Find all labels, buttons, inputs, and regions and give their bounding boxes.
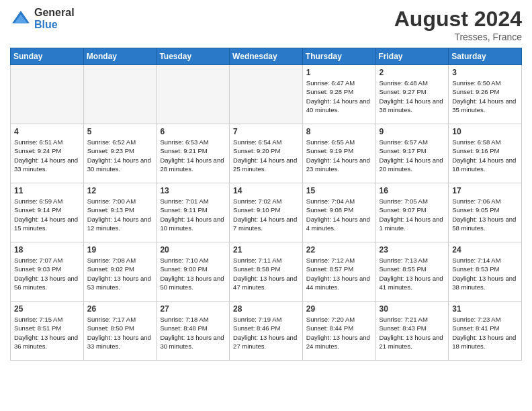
day-info: Sunrise: 7:15 AMSunset: 8:51 PMDaylight:… [14,315,80,351]
day-info: Sunrise: 6:52 AMSunset: 9:23 PMDaylight:… [87,138,153,173]
day-info: Sunrise: 7:19 AMSunset: 8:46 PMDaylight:… [233,315,299,351]
calendar-cell: 17Sunrise: 7:06 AMSunset: 9:05 PMDayligh… [449,183,522,242]
day-info: Sunrise: 6:59 AMSunset: 9:14 PMDaylight:… [14,197,80,232]
day-info: Sunrise: 7:04 AMSunset: 9:08 PMDaylight:… [306,197,372,232]
day-info: Sunrise: 6:48 AMSunset: 9:27 PMDaylight:… [380,79,445,114]
calendar-cell: 20Sunrise: 7:10 AMSunset: 9:00 PMDayligh… [157,242,230,302]
day-number: 14 [233,186,299,195]
calendar-cell: 31Sunrise: 7:23 AMSunset: 8:41 PMDayligh… [449,302,522,361]
day-info: Sunrise: 7:08 AMSunset: 9:02 PMDaylight:… [87,256,153,291]
day-info: Sunrise: 7:01 AMSunset: 9:11 PMDaylight:… [160,197,226,232]
day-number: 24 [452,245,518,255]
day-info: Sunrise: 6:58 AMSunset: 9:16 PMDaylight:… [452,138,518,173]
day-number: 11 [14,186,80,195]
calendar-cell: 4Sunrise: 6:51 AMSunset: 9:24 PMDaylight… [11,124,84,183]
calendar-cell: 10Sunrise: 6:58 AMSunset: 9:16 PMDayligh… [449,124,522,183]
calendar-cell: 18Sunrise: 7:07 AMSunset: 9:03 PMDayligh… [11,242,84,302]
day-info: Sunrise: 7:17 AMSunset: 8:50 PMDaylight:… [87,315,153,351]
day-info: Sunrise: 7:11 AMSunset: 8:58 PMDaylight:… [233,256,299,291]
day-number: 17 [452,186,518,195]
calendar-cell: 5Sunrise: 6:52 AMSunset: 9:23 PMDaylight… [83,124,157,183]
calendar-cell: 29Sunrise: 7:20 AMSunset: 8:44 PMDayligh… [302,302,375,361]
day-info: Sunrise: 7:14 AMSunset: 8:53 PMDaylight:… [452,256,518,291]
day-info: Sunrise: 6:50 AMSunset: 9:26 PMDaylight:… [452,79,518,114]
day-info: Sunrise: 7:07 AMSunset: 9:03 PMDaylight:… [14,256,80,291]
title-block: August 2024 Tresses, France [394,7,522,42]
day-header-saturday: Saturday [449,48,522,65]
day-number: 15 [306,186,372,195]
day-info: Sunrise: 6:54 AMSunset: 9:20 PMDaylight:… [233,138,299,173]
calendar-cell: 14Sunrise: 7:02 AMSunset: 9:10 PMDayligh… [230,183,303,242]
calendar-week-row: 25Sunrise: 7:15 AMSunset: 8:51 PMDayligh… [11,302,522,361]
calendar-cell: 23Sunrise: 7:13 AMSunset: 8:55 PMDayligh… [375,242,449,302]
calendar-week-row: 1Sunrise: 6:47 AMSunset: 9:28 PMDaylight… [11,65,522,124]
day-number: 7 [233,127,299,136]
page-header: General Blue August 2024 Tresses, France [10,7,522,42]
day-number: 6 [160,127,226,136]
day-number: 8 [306,127,372,136]
calendar-week-row: 4Sunrise: 6:51 AMSunset: 9:24 PMDaylight… [11,124,522,183]
day-header-wednesday: Wednesday [230,48,303,65]
calendar-cell: 26Sunrise: 7:17 AMSunset: 8:50 PMDayligh… [83,302,157,361]
month-title: August 2024 [394,7,522,32]
calendar-cell: 22Sunrise: 7:12 AMSunset: 8:57 PMDayligh… [302,242,375,302]
calendar-cell: 2Sunrise: 6:48 AMSunset: 9:27 PMDaylight… [375,65,449,124]
day-number: 1 [306,68,372,77]
logo-general-text: General [34,7,75,19]
day-header-friday: Friday [375,48,449,65]
day-info: Sunrise: 6:47 AMSunset: 9:28 PMDaylight:… [306,79,372,114]
calendar-cell: 1Sunrise: 6:47 AMSunset: 9:28 PMDaylight… [302,65,375,124]
day-header-thursday: Thursday [302,48,375,65]
day-number: 25 [14,304,80,314]
day-info: Sunrise: 7:23 AMSunset: 8:41 PMDaylight:… [452,315,518,351]
location: Tresses, France [394,32,522,42]
day-number: 9 [380,127,445,136]
day-number: 27 [160,304,226,314]
day-number: 30 [380,304,445,314]
day-info: Sunrise: 7:05 AMSunset: 9:07 PMDaylight:… [380,197,445,232]
day-info: Sunrise: 7:13 AMSunset: 8:55 PMDaylight:… [380,256,445,291]
day-number: 23 [380,245,445,255]
calendar-cell [11,65,84,124]
day-number: 28 [233,304,299,314]
day-number: 13 [160,186,226,195]
calendar-cell: 9Sunrise: 6:57 AMSunset: 9:17 PMDaylight… [375,124,449,183]
logo-icon [10,8,32,30]
day-info: Sunrise: 7:21 AMSunset: 8:43 PMDaylight:… [380,315,445,351]
day-info: Sunrise: 7:20 AMSunset: 8:44 PMDaylight:… [306,315,372,351]
calendar-cell [230,65,303,124]
day-info: Sunrise: 7:12 AMSunset: 8:57 PMDaylight:… [306,256,372,291]
calendar-cell: 27Sunrise: 7:18 AMSunset: 8:48 PMDayligh… [157,302,230,361]
day-number: 4 [14,127,80,136]
calendar-cell: 16Sunrise: 7:05 AMSunset: 9:07 PMDayligh… [375,183,449,242]
day-number: 10 [452,127,518,136]
day-info: Sunrise: 6:53 AMSunset: 9:21 PMDaylight:… [160,138,226,173]
day-number: 22 [306,245,372,255]
days-header-row: SundayMondayTuesdayWednesdayThursdayFrid… [11,48,522,65]
day-info: Sunrise: 6:55 AMSunset: 9:19 PMDaylight:… [306,138,372,173]
calendar-cell [83,65,157,124]
day-info: Sunrise: 7:10 AMSunset: 9:00 PMDaylight:… [160,256,226,291]
day-number: 12 [87,186,153,195]
calendar-cell: 12Sunrise: 7:00 AMSunset: 9:13 PMDayligh… [83,183,157,242]
day-header-monday: Monday [83,48,157,65]
day-info: Sunrise: 7:18 AMSunset: 8:48 PMDaylight:… [160,315,226,351]
day-number: 2 [380,68,445,77]
day-info: Sunrise: 7:06 AMSunset: 9:05 PMDaylight:… [452,197,518,232]
day-number: 29 [306,304,372,314]
calendar-cell: 8Sunrise: 6:55 AMSunset: 9:19 PMDaylight… [302,124,375,183]
calendar-cell: 28Sunrise: 7:19 AMSunset: 8:46 PMDayligh… [230,302,303,361]
day-number: 3 [452,68,518,77]
logo: General Blue [10,7,75,30]
day-number: 20 [160,245,226,255]
day-number: 18 [14,245,80,255]
day-header-tuesday: Tuesday [157,48,230,65]
calendar-cell: 7Sunrise: 6:54 AMSunset: 9:20 PMDaylight… [230,124,303,183]
calendar-cell: 3Sunrise: 6:50 AMSunset: 9:26 PMDaylight… [449,65,522,124]
calendar-table: SundayMondayTuesdayWednesdayThursdayFrid… [10,48,522,361]
day-number: 26 [87,304,153,314]
day-header-sunday: Sunday [11,48,84,65]
day-info: Sunrise: 7:02 AMSunset: 9:10 PMDaylight:… [233,197,299,232]
day-info: Sunrise: 7:00 AMSunset: 9:13 PMDaylight:… [87,197,153,232]
day-number: 16 [380,186,445,195]
